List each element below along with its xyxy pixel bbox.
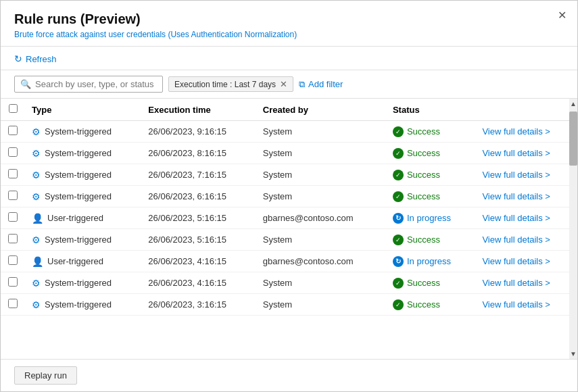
row-execution-time: 26/06/2023, 8:16:15 (141, 143, 256, 164)
row-created-by: System (256, 272, 386, 294)
row-type-cell: ⚙System-triggered (25, 143, 141, 164)
view-full-details-link[interactable]: View full details > (482, 126, 550, 137)
type-label: System-triggered (45, 299, 112, 310)
view-full-details-link[interactable]: View full details > (482, 256, 550, 266)
view-full-details-link[interactable]: View full details > (482, 170, 550, 180)
row-action-cell: View full details > (475, 143, 577, 164)
scroll-down-arrow[interactable]: ▼ (569, 349, 577, 359)
row-checkbox[interactable] (8, 191, 18, 200)
scrollbar-thumb[interactable] (569, 112, 577, 166)
row-checkbox[interactable] (8, 234, 18, 243)
panel-header: Rule runs (Preview) Brute force attack a… (1, 1, 577, 47)
type-label: System-triggered (45, 126, 112, 137)
status-label: Success (407, 170, 440, 180)
row-action-cell: View full details > (475, 294, 577, 316)
row-type-cell: ⚙System-triggered (25, 186, 141, 207)
subtitle-text: Brute force attack against user credenti… (14, 30, 191, 39)
add-filter-button[interactable]: ⧉ Add filter (299, 79, 343, 90)
status-label: Success (407, 278, 440, 288)
panel-title: Rule runs (Preview) (14, 11, 564, 27)
col-actions (475, 99, 577, 121)
status-label: Success (407, 126, 440, 137)
col-execution-time: Execution time (141, 99, 256, 121)
replay-run-button[interactable]: Replay run (14, 366, 77, 385)
row-status-cell: ✓Success (386, 121, 475, 143)
row-checkbox-cell (1, 294, 25, 316)
row-checkbox[interactable] (8, 255, 18, 265)
refresh-button[interactable]: ↻ Refresh (14, 53, 57, 64)
subtitle-link[interactable]: Authentication Normalization (191, 30, 294, 39)
row-execution-time: 26/06/2023, 5:16:15 (141, 207, 256, 229)
gear-icon: ⚙ (32, 148, 41, 159)
row-status-cell: ✓Success (386, 143, 475, 164)
row-checkbox[interactable] (8, 299, 18, 308)
row-execution-time: 26/06/2023, 4:16:15 (141, 251, 256, 272)
status-label: Success (407, 148, 440, 158)
gear-icon: ⚙ (32, 191, 41, 202)
row-execution-time: 26/06/2023, 4:16:15 (141, 272, 256, 294)
row-checkbox-cell (1, 164, 25, 186)
view-full-details-link[interactable]: View full details > (482, 191, 550, 201)
chip-close-button[interactable]: ✕ (280, 79, 287, 89)
row-checkbox-cell (1, 207, 25, 229)
row-checkbox[interactable] (8, 212, 18, 222)
row-checkbox-cell (1, 229, 25, 251)
row-status-cell: ✓Success (386, 272, 475, 294)
row-checkbox[interactable] (8, 277, 18, 287)
status-label: In progress (407, 256, 451, 266)
row-checkbox-cell (1, 121, 25, 143)
type-label: System-triggered (45, 170, 112, 180)
table-body: ⚙System-triggered26/06/2023, 9:16:15Syst… (1, 121, 577, 316)
refresh-icon: ↻ (14, 53, 22, 64)
row-action-cell: View full details > (475, 251, 577, 272)
search-input[interactable] (35, 79, 157, 89)
row-action-cell: View full details > (475, 164, 577, 186)
row-checkbox[interactable] (8, 126, 18, 135)
select-all-checkbox[interactable] (9, 104, 18, 113)
row-status-cell: ↻In progress (386, 207, 475, 229)
panel-footer: Replay run (1, 359, 577, 391)
row-status-cell: ✓Success (386, 186, 475, 207)
success-icon: ✓ (393, 235, 404, 245)
filter-bar: 🔍 Execution time : Last 7 days ✕ ⧉ Add f… (1, 70, 577, 99)
view-full-details-link[interactable]: View full details > (482, 213, 550, 223)
row-type-cell: ⚙System-triggered (25, 294, 141, 316)
row-execution-time: 26/06/2023, 6:16:15 (141, 186, 256, 207)
row-created-by: System (256, 229, 386, 251)
view-full-details-link[interactable]: View full details > (482, 235, 550, 245)
user-icon: 👤 (32, 256, 43, 267)
success-icon: ✓ (393, 299, 404, 310)
rule-runs-panel: Rule runs (Preview) Brute force attack a… (0, 0, 578, 392)
table-row: ⚙System-triggered26/06/2023, 3:16:15Syst… (1, 294, 577, 316)
success-icon: ✓ (393, 126, 404, 137)
row-type-cell: ⚙System-triggered (25, 121, 141, 143)
scroll-up-arrow[interactable]: ▲ (569, 99, 577, 109)
close-button[interactable]: ✕ (558, 10, 567, 21)
user-icon: 👤 (32, 213, 43, 224)
row-created-by: gbarnes@contoso.com (256, 207, 386, 229)
execution-time-chip: Execution time : Last 7 days ✕ (168, 76, 293, 92)
success-icon: ✓ (393, 191, 404, 202)
row-created-by: gbarnes@contoso.com (256, 251, 386, 272)
col-type: Type (25, 99, 141, 121)
view-full-details-link[interactable]: View full details > (482, 278, 550, 288)
row-execution-time: 26/06/2023, 3:16:15 (141, 294, 256, 316)
search-box[interactable]: 🔍 (14, 76, 163, 93)
row-action-cell: View full details > (475, 229, 577, 251)
view-full-details-link[interactable]: View full details > (482, 148, 550, 158)
view-full-details-link[interactable]: View full details > (482, 299, 550, 310)
table-row: ⚙System-triggered26/06/2023, 7:16:15Syst… (1, 164, 577, 186)
success-icon: ✓ (393, 148, 404, 159)
type-label: System-triggered (45, 278, 112, 288)
table-header-row: Type Execution time Created by Status (1, 99, 577, 121)
col-status: Status (386, 99, 475, 121)
refresh-label: Refresh (26, 54, 57, 64)
row-checkbox[interactable] (8, 147, 18, 157)
row-checkbox[interactable] (8, 169, 18, 178)
status-label: Success (407, 235, 440, 245)
table-row: 👤User-triggered26/06/2023, 4:16:15gbarne… (1, 251, 577, 272)
rule-runs-table: Type Execution time Created by Status ⚙S… (1, 99, 577, 316)
type-label: User-triggered (47, 213, 103, 223)
row-execution-time: 26/06/2023, 5:16:15 (141, 229, 256, 251)
scrollbar[interactable]: ▲ ▼ (569, 99, 577, 359)
